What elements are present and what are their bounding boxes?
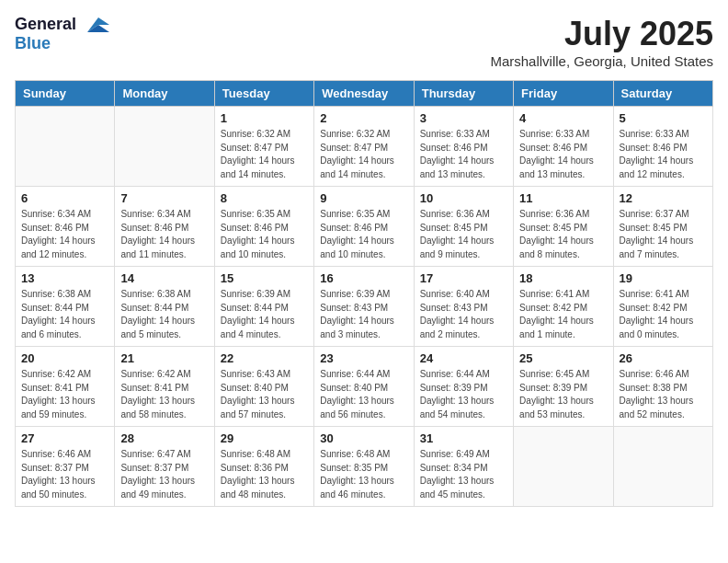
calendar-cell xyxy=(115,107,214,187)
calendar-cell: 26Sunrise: 6:46 AM Sunset: 8:38 PM Dayli… xyxy=(613,347,712,427)
calendar-cell: 27Sunrise: 6:46 AM Sunset: 8:37 PM Dayli… xyxy=(16,427,115,507)
calendar-cell: 12Sunrise: 6:37 AM Sunset: 8:45 PM Dayli… xyxy=(613,187,712,267)
day-info: Sunrise: 6:39 AM Sunset: 8:43 PM Dayligh… xyxy=(320,288,407,341)
calendar-cell: 7Sunrise: 6:34 AM Sunset: 8:46 PM Daylig… xyxy=(115,187,214,267)
day-info: Sunrise: 6:47 AM Sunset: 8:37 PM Dayligh… xyxy=(120,448,208,501)
day-info: Sunrise: 6:34 AM Sunset: 8:46 PM Dayligh… xyxy=(21,208,108,261)
calendar-cell: 8Sunrise: 6:35 AM Sunset: 8:46 PM Daylig… xyxy=(214,187,313,267)
day-number: 2 xyxy=(320,111,407,125)
calendar-cell: 13Sunrise: 6:38 AM Sunset: 8:44 PM Dayli… xyxy=(16,267,115,347)
day-info: Sunrise: 6:41 AM Sunset: 8:42 PM Dayligh… xyxy=(519,288,607,341)
day-info: Sunrise: 6:33 AM Sunset: 8:46 PM Dayligh… xyxy=(620,128,707,181)
calendar-cell: 10Sunrise: 6:36 AM Sunset: 8:45 PM Dayli… xyxy=(414,187,513,267)
day-number: 9 xyxy=(320,191,407,205)
day-number: 3 xyxy=(420,111,507,125)
calendar-cell: 18Sunrise: 6:41 AM Sunset: 8:42 PM Dayli… xyxy=(514,267,613,347)
day-header-monday: Monday xyxy=(115,81,214,107)
calendar-cell: 19Sunrise: 6:41 AM Sunset: 8:42 PM Dayli… xyxy=(613,267,712,347)
week-row-3: 13Sunrise: 6:38 AM Sunset: 8:44 PM Dayli… xyxy=(16,267,713,347)
day-number: 4 xyxy=(519,111,607,125)
title-area: July 2025 Marshallville, Georgia, United… xyxy=(490,15,713,69)
day-number: 7 xyxy=(120,191,208,205)
day-number: 20 xyxy=(21,351,108,365)
day-number: 29 xyxy=(221,431,308,445)
calendar-cell: 28Sunrise: 6:47 AM Sunset: 8:37 PM Dayli… xyxy=(115,427,214,507)
day-number: 10 xyxy=(420,191,507,205)
calendar-cell xyxy=(16,107,115,187)
calendar-cell: 11Sunrise: 6:36 AM Sunset: 8:45 PM Dayli… xyxy=(514,187,613,267)
day-number: 13 xyxy=(21,271,108,285)
calendar-header-row: SundayMondayTuesdayWednesdayThursdayFrid… xyxy=(16,81,713,107)
day-info: Sunrise: 6:48 AM Sunset: 8:36 PM Dayligh… xyxy=(221,448,308,501)
day-number: 19 xyxy=(620,271,707,285)
day-number: 6 xyxy=(21,191,108,205)
day-info: Sunrise: 6:46 AM Sunset: 8:38 PM Dayligh… xyxy=(620,368,707,421)
week-row-2: 6Sunrise: 6:34 AM Sunset: 8:46 PM Daylig… xyxy=(16,187,713,267)
calendar-cell: 30Sunrise: 6:48 AM Sunset: 8:35 PM Dayli… xyxy=(314,427,414,507)
calendar-cell: 23Sunrise: 6:44 AM Sunset: 8:40 PM Dayli… xyxy=(314,347,414,427)
calendar: SundayMondayTuesdayWednesdayThursdayFrid… xyxy=(15,80,713,507)
day-info: Sunrise: 6:34 AM Sunset: 8:46 PM Dayligh… xyxy=(120,208,208,261)
day-info: Sunrise: 6:38 AM Sunset: 8:44 PM Dayligh… xyxy=(21,288,108,341)
day-info: Sunrise: 6:35 AM Sunset: 8:46 PM Dayligh… xyxy=(221,208,308,261)
week-row-5: 27Sunrise: 6:46 AM Sunset: 8:37 PM Dayli… xyxy=(16,427,713,507)
day-info: Sunrise: 6:49 AM Sunset: 8:34 PM Dayligh… xyxy=(420,448,507,501)
calendar-cell: 1Sunrise: 6:32 AM Sunset: 8:47 PM Daylig… xyxy=(214,107,313,187)
month-title: July 2025 xyxy=(490,15,713,53)
day-info: Sunrise: 6:48 AM Sunset: 8:35 PM Dayligh… xyxy=(320,448,407,501)
day-info: Sunrise: 6:36 AM Sunset: 8:45 PM Dayligh… xyxy=(420,208,507,261)
day-header-tuesday: Tuesday xyxy=(214,81,313,107)
day-number: 11 xyxy=(519,191,607,205)
day-number: 14 xyxy=(120,271,208,285)
calendar-cell: 21Sunrise: 6:42 AM Sunset: 8:41 PM Dayli… xyxy=(115,347,214,427)
calendar-cell: 4Sunrise: 6:33 AM Sunset: 8:46 PM Daylig… xyxy=(514,107,613,187)
page-header: General Blue July 2025 Marshallville, Ge… xyxy=(15,15,713,69)
calendar-cell: 2Sunrise: 6:32 AM Sunset: 8:47 PM Daylig… xyxy=(314,107,414,187)
day-info: Sunrise: 6:44 AM Sunset: 8:39 PM Dayligh… xyxy=(420,368,507,421)
logo: General Blue xyxy=(15,15,109,53)
calendar-cell: 17Sunrise: 6:40 AM Sunset: 8:43 PM Dayli… xyxy=(414,267,513,347)
day-number: 15 xyxy=(221,271,308,285)
calendar-cell: 22Sunrise: 6:43 AM Sunset: 8:40 PM Dayli… xyxy=(214,347,313,427)
day-header-wednesday: Wednesday xyxy=(314,81,414,107)
day-number: 8 xyxy=(221,191,308,205)
day-number: 22 xyxy=(221,351,308,365)
day-info: Sunrise: 6:33 AM Sunset: 8:46 PM Dayligh… xyxy=(519,128,607,181)
day-info: Sunrise: 6:38 AM Sunset: 8:44 PM Dayligh… xyxy=(120,288,208,341)
day-number: 16 xyxy=(320,271,407,285)
day-info: Sunrise: 6:44 AM Sunset: 8:40 PM Dayligh… xyxy=(320,368,407,421)
week-row-4: 20Sunrise: 6:42 AM Sunset: 8:41 PM Dayli… xyxy=(16,347,713,427)
day-number: 5 xyxy=(620,111,707,125)
logo-icon xyxy=(80,16,109,34)
day-number: 25 xyxy=(519,351,607,365)
calendar-cell: 5Sunrise: 6:33 AM Sunset: 8:46 PM Daylig… xyxy=(613,107,712,187)
calendar-cell: 9Sunrise: 6:35 AM Sunset: 8:46 PM Daylig… xyxy=(314,187,414,267)
day-number: 27 xyxy=(21,431,108,445)
day-info: Sunrise: 6:36 AM Sunset: 8:45 PM Dayligh… xyxy=(519,208,607,261)
day-info: Sunrise: 6:42 AM Sunset: 8:41 PM Dayligh… xyxy=(21,368,108,421)
day-header-thursday: Thursday xyxy=(414,81,513,107)
day-number: 26 xyxy=(620,351,707,365)
calendar-cell: 25Sunrise: 6:45 AM Sunset: 8:39 PM Dayli… xyxy=(514,347,613,427)
day-header-friday: Friday xyxy=(514,81,613,107)
day-number: 28 xyxy=(120,431,208,445)
calendar-cell: 29Sunrise: 6:48 AM Sunset: 8:36 PM Dayli… xyxy=(214,427,313,507)
day-info: Sunrise: 6:32 AM Sunset: 8:47 PM Dayligh… xyxy=(221,128,308,181)
day-number: 23 xyxy=(320,351,407,365)
week-row-1: 1Sunrise: 6:32 AM Sunset: 8:47 PM Daylig… xyxy=(16,107,713,187)
day-number: 1 xyxy=(221,111,308,125)
day-info: Sunrise: 6:46 AM Sunset: 8:37 PM Dayligh… xyxy=(21,448,108,501)
day-info: Sunrise: 6:35 AM Sunset: 8:46 PM Dayligh… xyxy=(320,208,407,261)
calendar-cell: 15Sunrise: 6:39 AM Sunset: 8:44 PM Dayli… xyxy=(214,267,313,347)
calendar-cell: 20Sunrise: 6:42 AM Sunset: 8:41 PM Dayli… xyxy=(16,347,115,427)
calendar-cell: 16Sunrise: 6:39 AM Sunset: 8:43 PM Dayli… xyxy=(314,267,414,347)
day-number: 30 xyxy=(320,431,407,445)
day-number: 17 xyxy=(420,271,507,285)
day-info: Sunrise: 6:41 AM Sunset: 8:42 PM Dayligh… xyxy=(620,288,707,341)
calendar-cell: 31Sunrise: 6:49 AM Sunset: 8:34 PM Dayli… xyxy=(414,427,513,507)
day-number: 18 xyxy=(519,271,607,285)
day-info: Sunrise: 6:32 AM Sunset: 8:47 PM Dayligh… xyxy=(320,128,407,181)
day-header-sunday: Sunday xyxy=(16,81,115,107)
day-info: Sunrise: 6:43 AM Sunset: 8:40 PM Dayligh… xyxy=(221,368,308,421)
day-info: Sunrise: 6:39 AM Sunset: 8:44 PM Dayligh… xyxy=(221,288,308,341)
